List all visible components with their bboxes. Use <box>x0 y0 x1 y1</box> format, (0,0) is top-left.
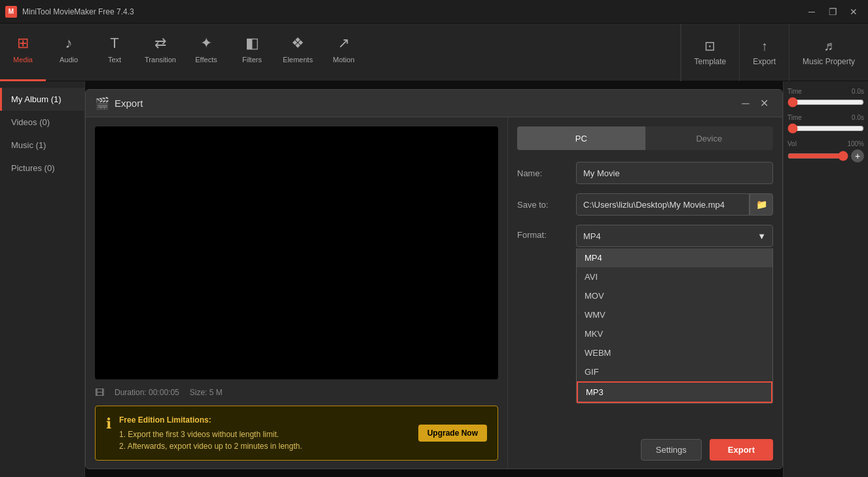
export-button[interactable]: Export <box>710 439 773 461</box>
format-option-avi[interactable]: AVI <box>577 267 772 286</box>
toolbar: ⊞ Media ♪ Audio T Text ⇄ Transition ✦ Ef… <box>0 24 868 81</box>
format-option-mkv[interactable]: MKV <box>577 324 772 343</box>
sidebar-item-pictures[interactable]: Pictures (0) <box>0 157 84 180</box>
rpanel-time2: Time 0.0s <box>787 114 864 134</box>
modal-header: 🎬 Export ─ ✕ <box>86 90 782 117</box>
folder-icon: 📁 <box>756 199 767 210</box>
modal-body: 🎞 Duration: 00:00:05 Size: 5 M ℹ Free Ed… <box>86 117 782 469</box>
tab-pc[interactable]: PC <box>517 126 645 150</box>
format-label: Format: <box>517 225 576 240</box>
name-input[interactable] <box>576 162 773 184</box>
duration-label: Duration: 00:00:05 <box>115 388 179 397</box>
effects-icon: ✦ <box>200 35 212 52</box>
export-settings: PC Device Name: Save to: <box>507 117 782 469</box>
format-row: Format: MP4 ▼ MP4 AVI MOV <box>517 225 773 247</box>
toolbar-music-property[interactable]: ♬ Music Property <box>789 24 868 81</box>
right-panel: Time 0.0s Time 0.0s Vol 100% + <box>783 81 868 477</box>
toolbar-effects[interactable]: ✦ Effects <box>183 24 229 81</box>
film-icon: 🎞 <box>95 387 104 398</box>
preview-area: 🎞 Duration: 00:00:05 Size: 5 M ℹ Free Ed… <box>86 117 507 469</box>
minimize-button[interactable]: ─ <box>803 5 821 19</box>
format-option-mp4[interactable]: MP4 <box>577 248 772 267</box>
filters-icon: ◧ <box>245 35 259 52</box>
sidebar: My Album (1) Videos (0) Music (1) Pictur… <box>0 81 85 477</box>
modal-title: Export <box>115 98 736 109</box>
name-label: Name: <box>517 168 576 178</box>
toolbar-elements[interactable]: ❖ Elements <box>275 24 321 81</box>
format-option-gif[interactable]: GIF <box>577 362 772 381</box>
toolbar-template[interactable]: ⊡ Template <box>681 24 740 81</box>
export-icon: ↑ <box>761 39 768 54</box>
toolbar-text[interactable]: T Text <box>92 24 137 81</box>
toolbar-motion[interactable]: ↗ Motion <box>321 24 367 81</box>
music-property-icon: ♬ <box>823 39 833 54</box>
volume-slider[interactable] <box>787 151 848 161</box>
toolbar-export[interactable]: ↑ Export <box>739 24 789 81</box>
format-dropdown: MP4 AVI MOV WMV MKV WEBM GIF MP3 <box>576 248 773 404</box>
format-option-mp3[interactable]: MP3 <box>577 381 772 403</box>
window-controls: ─ ❐ ✕ <box>803 5 863 19</box>
toolbar-media[interactable]: ⊞ Media <box>0 24 46 81</box>
add-volume-button[interactable]: + <box>851 149 864 162</box>
sidebar-item-my-album[interactable]: My Album (1) <box>0 88 84 111</box>
settings-button[interactable]: Settings <box>641 439 702 461</box>
app-title: MiniTool MovieMaker Free 7.4.3 <box>22 7 803 16</box>
format-select-button[interactable]: MP4 ▼ <box>576 225 773 247</box>
format-option-wmv[interactable]: WMV <box>577 305 772 324</box>
media-icon: ⊞ <box>17 35 29 52</box>
browse-button[interactable]: 📁 <box>750 193 773 216</box>
text-icon: T <box>110 35 118 52</box>
modal-minimize-button[interactable]: ─ <box>736 94 755 113</box>
limitation-box: ℹ Free Edition Limitations: 1. Export th… <box>95 406 498 461</box>
toolbar-transition[interactable]: ⇄ Transition <box>137 24 183 81</box>
format-wrap: MP4 ▼ MP4 AVI MOV WMV MKV <box>576 225 773 247</box>
tab-device[interactable]: Device <box>645 126 774 150</box>
path-input-wrap: 📁 <box>576 193 773 216</box>
upgrade-now-button[interactable]: Upgrade Now <box>418 425 487 442</box>
title-bar: M MiniTool MovieMaker Free 7.4.3 ─ ❐ ✕ <box>0 0 868 24</box>
rpanel-time1: Time 0.0s <box>787 88 864 107</box>
toolbar-audio[interactable]: ♪ Audio <box>46 24 92 81</box>
sidebar-item-videos[interactable]: Videos (0) <box>0 111 84 134</box>
transition-icon: ⇄ <box>154 35 166 52</box>
restore-button[interactable]: ❐ <box>823 5 842 19</box>
content-area: ↩ ↪ + ⊕ ♪ SampleVideo <box>85 81 783 477</box>
save-path-input[interactable] <box>576 193 750 216</box>
name-row: Name: <box>517 162 773 184</box>
app-logo: M <box>5 6 17 18</box>
size-label: Size: 5 M <box>190 388 223 397</box>
video-preview <box>95 126 498 379</box>
modal-close-button[interactable]: ✕ <box>755 94 773 113</box>
time2-slider[interactable] <box>787 123 864 134</box>
template-icon: ⊡ <box>704 38 715 54</box>
sidebar-item-music[interactable]: Music (1) <box>0 134 84 157</box>
audio-icon: ♪ <box>65 35 73 52</box>
toolbar-right: ⊡ Template ↑ Export ♬ Music Property <box>680 24 868 81</box>
main-area: My Album (1) Videos (0) Music (1) Pictur… <box>0 81 868 477</box>
elements-icon: ❖ <box>291 35 304 52</box>
modal-footer: Settings Export <box>517 430 773 461</box>
format-option-mov[interactable]: MOV <box>577 286 772 305</box>
toolbar-filters[interactable]: ◧ Filters <box>229 24 275 81</box>
rpanel-volume: Vol 100% + <box>787 140 864 162</box>
close-button[interactable]: ✕ <box>844 5 863 19</box>
format-option-webm[interactable]: WEBM <box>577 343 772 362</box>
preview-info: 🎞 Duration: 00:00:05 Size: 5 M <box>95 387 498 398</box>
modal-overlay: 🎬 Export ─ ✕ 🎞 Duration: 00:00:05 Size: … <box>85 81 783 477</box>
export-modal: 🎬 Export ─ ✕ 🎞 Duration: 00:00:05 Size: … <box>85 89 783 469</box>
chevron-down-icon: ▼ <box>757 231 766 241</box>
export-modal-icon: 🎬 <box>95 96 109 111</box>
limitation-text: Free Edition Limitations: 1. Export the … <box>119 414 410 452</box>
save-to-label: Save to: <box>517 200 576 210</box>
export-destination-tabs: PC Device <box>517 126 773 150</box>
save-to-row: Save to: 📁 <box>517 193 773 216</box>
motion-icon: ↗ <box>338 35 350 52</box>
time1-slider[interactable] <box>787 97 864 107</box>
warning-icon: ℹ <box>106 415 111 432</box>
